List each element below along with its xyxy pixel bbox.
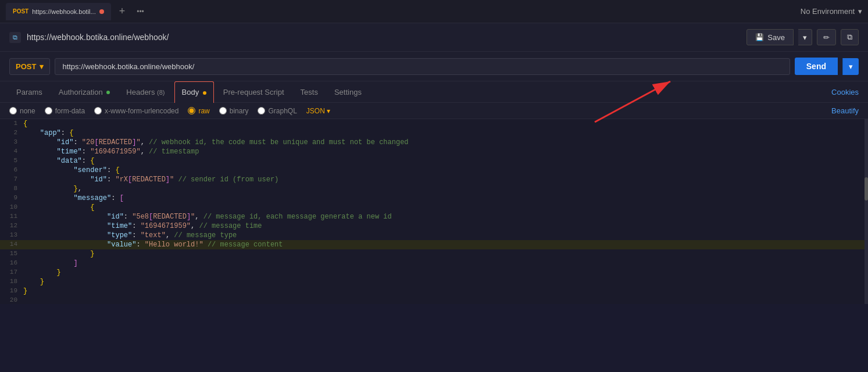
code-line: 8 }, <box>0 184 868 194</box>
radio-raw[interactable]: raw <box>188 107 209 115</box>
cookies-link[interactable]: Cookies <box>831 88 859 96</box>
save-dropdown-button[interactable]: ▾ <box>798 29 812 45</box>
json-arrow-icon: ▾ <box>327 107 330 115</box>
url-input[interactable] <box>55 58 790 75</box>
method-arrow-icon: ▾ <box>40 62 44 71</box>
tab-params[interactable]: Params <box>9 82 49 102</box>
code-line: 12 "time": "1694671959", // message time <box>0 221 868 231</box>
collection-icon: ⧉ <box>9 32 21 43</box>
code-line: 9 "message": [ <box>0 194 868 203</box>
tabs-bar: Params Authorization Headers (8) Body Pr… <box>0 81 868 103</box>
code-line: 18 } <box>0 277 868 287</box>
env-arrow-icon: ▾ <box>858 7 862 16</box>
collection-title: https://webhook.botika.online/webhook/ <box>27 33 169 42</box>
send-button[interactable]: Send <box>795 58 838 75</box>
tab-authorization[interactable]: Authorization <box>52 82 117 102</box>
body-dot <box>203 91 206 95</box>
code-lines: 1{2 "app": {3 "id": "20[REDACTED]", // w… <box>0 119 868 304</box>
radio-graphql[interactable]: GraphQL <box>258 107 297 115</box>
beautify-button[interactable]: Beautify <box>831 106 859 115</box>
code-line: 17 } <box>0 268 868 277</box>
copy-icon: ⧉ <box>847 33 852 41</box>
tab-pre-request[interactable]: Pre-request Script <box>216 82 291 102</box>
code-editor[interactable]: 1{2 "app": {3 "id": "20[REDACTED]", // w… <box>0 119 868 304</box>
url-bar-area: ⧉ https://webhook.botika.online/webhook/… <box>0 23 868 52</box>
code-line: 11 "id": "5e8[REDACTED]", // message id,… <box>0 212 868 221</box>
json-label: JSON <box>306 107 325 115</box>
radio-none[interactable]: none <box>9 107 35 115</box>
method-label: POST <box>16 62 36 71</box>
edit-button[interactable]: ✏ <box>817 29 836 45</box>
code-line: 2 "app": { <box>0 128 868 138</box>
tab-url-label: https://webhook.botil... <box>32 8 95 15</box>
scrollbar[interactable] <box>865 119 868 304</box>
env-label: No Environment <box>801 7 855 16</box>
env-selector[interactable]: No Environment ▾ <box>801 7 862 16</box>
code-line: 6 "sender": { <box>0 166 868 175</box>
scrollbar-thumb[interactable] <box>865 177 868 201</box>
method-select[interactable]: POST ▾ <box>9 58 50 75</box>
code-line: 5 "data": { <box>0 156 868 166</box>
url-bar-actions: 💾 Save ▾ ✏ ⧉ <box>746 29 859 45</box>
more-tabs-button[interactable]: ••• <box>133 8 148 16</box>
authorization-label: Authorization <box>59 88 103 96</box>
radio-binary[interactable]: binary <box>219 107 249 115</box>
save-button[interactable]: 💾 Save <box>746 29 794 45</box>
request-tab[interactable]: POST https://webhook.botil... <box>6 3 111 20</box>
tab-body[interactable]: Body <box>174 81 214 103</box>
code-line: 14 "value": "Hello world!" // message co… <box>0 240 868 249</box>
authorization-dot <box>106 91 110 94</box>
send-arrow-icon: ▾ <box>849 62 853 71</box>
tab-settings[interactable]: Settings <box>327 82 369 102</box>
save-icon: 💾 <box>755 33 764 41</box>
copy-button[interactable]: ⧉ <box>841 29 859 45</box>
tab-headers[interactable]: Headers (8) <box>119 82 172 102</box>
radio-urlencoded[interactable]: x-www-form-urlencoded <box>94 107 178 115</box>
code-line: 13 "type": "text", // message type <box>0 231 868 240</box>
tab-tests[interactable]: Tests <box>294 82 325 102</box>
save-arrow-icon: ▾ <box>803 33 807 42</box>
radio-form-data[interactable]: form-data <box>45 107 85 115</box>
tab-status-dot <box>99 9 104 14</box>
tab-method-badge: POST <box>13 8 28 15</box>
add-tab-button[interactable]: + <box>116 5 129 17</box>
code-line: 4 "time": "1694671959", // timestamp <box>0 147 868 156</box>
code-line: 15 } <box>0 249 868 259</box>
save-label: Save <box>767 33 785 42</box>
body-options-bar: none form-data x-www-form-urlencoded raw… <box>0 103 868 119</box>
send-dropdown-button[interactable]: ▾ <box>842 58 859 75</box>
headers-badge: (8) <box>157 89 165 96</box>
code-line: 1{ <box>0 119 868 128</box>
request-bar: POST ▾ Send ▾ <box>0 52 868 81</box>
edit-icon: ✏ <box>823 33 830 42</box>
headers-label: Headers <box>126 88 155 96</box>
code-line: 20 <box>0 296 868 304</box>
code-line: 3 "id": "20[REDACTED]", // webhook id, t… <box>0 138 868 147</box>
body-label: Body <box>182 88 199 96</box>
json-format-dropdown[interactable]: JSON ▾ <box>306 107 330 115</box>
code-line: 16 ] <box>0 259 868 268</box>
top-bar: POST https://webhook.botil... + ••• No E… <box>0 0 868 23</box>
code-line: 19} <box>0 287 868 296</box>
code-line: 10 { <box>0 203 868 212</box>
code-editor-wrapper: 1{2 "app": {3 "id": "20[REDACTED]", // w… <box>0 119 868 304</box>
code-line: 7 "id": "rX[REDACTED]" // sender id (fro… <box>0 175 868 184</box>
